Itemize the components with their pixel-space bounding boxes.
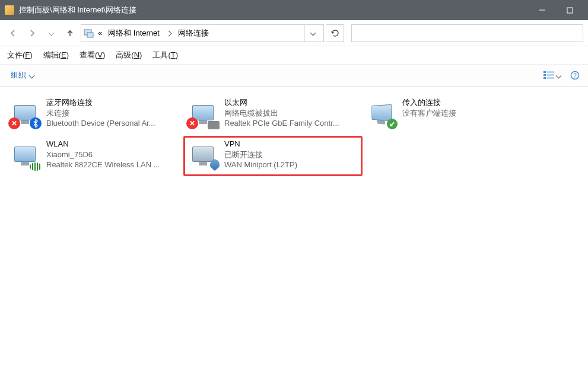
connection-device: WAN Miniport (L2TP) — [224, 160, 297, 170]
connection-status: 没有客户端连接 — [402, 108, 456, 119]
connection-name: VPN — [224, 139, 297, 149]
chevron-down-icon — [556, 72, 562, 78]
connection-icon — [365, 97, 396, 128]
organize-label: 组织 — [11, 70, 26, 81]
menu-view[interactable]: 查看(V) — [78, 47, 106, 63]
breadcrumb-separator — [166, 28, 172, 37]
connection-device: Realtek PCIe GbE Family Contr... — [224, 118, 339, 129]
monitor-icon — [371, 104, 392, 122]
window-titlebar: 控制面板\网络和 Internet\网络连接 — [0, 0, 588, 20]
connection-device: Bluetooth Device (Personal Ar... — [46, 118, 155, 129]
view-mode-button[interactable] — [541, 68, 563, 82]
connection-name: 以太网 — [224, 97, 339, 108]
connection-item-bluetooth[interactable]: ✕ 蓝牙网络连接 未连接 Bluetooth Device (Personal … — [6, 95, 184, 134]
nav-history-dropdown[interactable] — [43, 25, 59, 42]
svg-rect-8 — [547, 77, 554, 79]
svg-rect-2 — [87, 33, 93, 37]
menu-tools[interactable]: 工具(T) — [151, 47, 179, 63]
search-input[interactable] — [351, 24, 583, 42]
error-x-icon: ✕ — [8, 117, 20, 129]
ethernet-plug-icon — [208, 121, 220, 129]
connection-item-ethernet[interactable]: ✕ 以太网 网络电缆被拔出 Realtek PCIe GbE Family Co… — [184, 95, 362, 134]
svg-rect-0 — [567, 8, 573, 13]
connection-icon — [9, 139, 40, 170]
svg-text:?: ? — [573, 72, 577, 79]
chevron-right-icon — [166, 31, 171, 37]
connection-device: Realtek 8822CE Wireless LAN ... — [46, 160, 160, 170]
connection-icon: ✕ — [9, 97, 40, 128]
connections-pane: ✕ 蓝牙网络连接 未连接 Bluetooth Device (Personal … — [0, 87, 588, 184]
svg-rect-6 — [547, 74, 554, 76]
monitor-icon — [14, 147, 36, 162]
refresh-icon — [330, 28, 340, 38]
chevron-down-icon — [310, 30, 316, 36]
connection-name: 传入的连接 — [402, 97, 456, 108]
connection-status: 未连接 — [46, 108, 155, 119]
window-title: 控制面板\网络和 Internet\网络连接 — [19, 5, 529, 15]
organize-button[interactable]: 组织 — [6, 68, 39, 83]
connection-icon: ✕ — [187, 97, 218, 128]
view-list-icon — [543, 71, 554, 80]
connection-item-incoming[interactable]: 传入的连接 没有客户端连接 — [362, 95, 540, 134]
incoming-arrow-icon — [387, 119, 398, 129]
window-minimize-button[interactable] — [529, 0, 556, 20]
nav-forward-button[interactable] — [24, 25, 40, 42]
arrow-right-icon — [27, 28, 37, 38]
menu-bar: 文件(F) 编辑(E) 查看(V) 高级(N) 工具(T) — [0, 46, 588, 64]
arrow-up-icon — [65, 28, 75, 38]
breadcrumb-label: 网络连接 — [178, 28, 209, 39]
wifi-signal-icon — [30, 163, 42, 171]
svg-rect-4 — [547, 71, 554, 73]
address-bar-row: « 网络和 Internet 网络连接 — [0, 20, 588, 46]
address-bar[interactable]: « 网络和 Internet 网络连接 — [81, 24, 324, 42]
breadcrumb-label: 网络和 Internet — [108, 28, 160, 39]
command-toolbar: 组织 ? — [0, 64, 588, 87]
nav-back-button[interactable] — [5, 25, 21, 42]
menu-edit[interactable]: 编辑(E) — [42, 47, 70, 63]
maximize-icon — [567, 7, 573, 14]
connection-status: 已断开连接 — [224, 149, 297, 160]
connection-icon — [187, 139, 218, 170]
help-button[interactable]: ? — [568, 68, 582, 82]
connection-item-vpn[interactable]: VPN 已断开连接 WAN Miniport (L2TP) — [184, 136, 362, 176]
vpn-shield-icon — [210, 159, 220, 171]
nav-up-button[interactable] — [62, 25, 78, 42]
breadcrumb-item[interactable]: 网络和 Internet — [106, 25, 162, 42]
chevron-down-icon — [48, 30, 54, 36]
window-maximize-button[interactable] — [556, 0, 583, 20]
connection-item-wlan[interactable]: WLAN Xiaomi_75D6 Realtek 8822CE Wireless… — [6, 136, 184, 176]
svg-rect-5 — [543, 74, 546, 76]
minimize-icon — [539, 7, 546, 14]
help-icon: ? — [570, 71, 580, 80]
menu-file[interactable]: 文件(F) — [6, 47, 34, 63]
error-x-icon: ✕ — [186, 117, 198, 129]
location-icon — [84, 28, 94, 39]
connection-name: WLAN — [46, 139, 160, 149]
menu-advanced[interactable]: 高级(N) — [115, 47, 143, 63]
window-app-icon — [5, 5, 14, 15]
connection-status: 网络电缆被拔出 — [224, 108, 339, 119]
arrow-left-icon — [8, 28, 18, 38]
bluetooth-icon — [30, 117, 42, 129]
connection-status: Xiaomi_75D6 — [46, 149, 160, 160]
svg-rect-7 — [543, 77, 546, 79]
chevron-down-icon — [29, 72, 35, 78]
address-bar-dropdown[interactable] — [304, 25, 321, 42]
svg-rect-3 — [543, 71, 546, 73]
monitor-icon — [192, 147, 214, 162]
connection-name: 蓝牙网络连接 — [46, 97, 155, 108]
breadcrumb-prefix: « — [98, 28, 102, 37]
breadcrumb-item[interactable]: 网络连接 — [176, 25, 211, 42]
refresh-button[interactable] — [326, 24, 344, 42]
